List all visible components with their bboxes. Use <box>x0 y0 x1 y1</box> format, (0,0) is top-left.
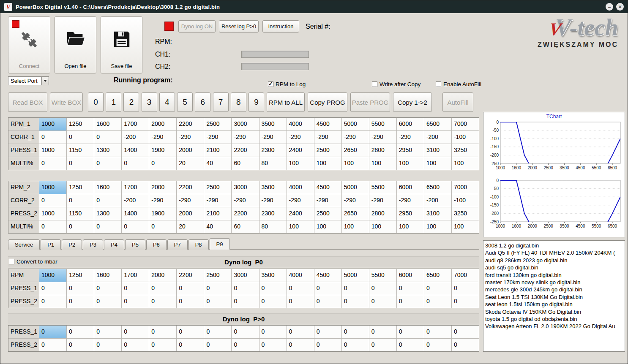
table-cell[interactable]: 2400 <box>287 144 314 157</box>
table-cell[interactable]: 0 <box>424 326 451 338</box>
table-cell[interactable]: 2000 <box>177 144 204 157</box>
digit-button-2[interactable]: 2 <box>123 92 139 112</box>
dyno-log-on-button[interactable]: Dyno log ON <box>178 20 216 33</box>
file-item[interactable]: toyota 1.5 go digital od obciążenia.bin <box>485 315 623 323</box>
table-cell[interactable]: 20 <box>177 157 204 170</box>
table-cell[interactable]: 0 <box>67 157 94 170</box>
table-cell[interactable]: 1000 <box>39 269 66 282</box>
table-cell[interactable]: 1600 <box>94 181 121 194</box>
table-cell[interactable]: 0 <box>314 282 341 295</box>
table-cell[interactable]: 2000 <box>149 269 176 282</box>
table-cell[interactable]: 2400 <box>287 207 314 220</box>
table-cell[interactable]: 0 <box>67 339 94 351</box>
table-cell[interactable]: 60 <box>232 220 259 233</box>
digit-button-8[interactable]: 8 <box>231 92 246 112</box>
table-cell[interactable]: 5500 <box>369 269 396 282</box>
table-cell[interactable]: 2000 <box>149 118 176 130</box>
table-cell[interactable]: 0 <box>39 220 66 233</box>
file-item[interactable]: ford transit 130km go digital.bin <box>485 272 623 279</box>
autofill-button[interactable]: AutoFill <box>442 92 473 112</box>
table-cell[interactable]: 6000 <box>397 269 424 282</box>
tab-p8[interactable]: P8 <box>188 239 209 250</box>
file-item[interactable]: audi q8 286km 2023 go digital.bin <box>485 257 623 264</box>
table-cell[interactable]: 3100 <box>424 207 451 220</box>
copy-1-to-2-button[interactable]: Copy 1->2 <box>393 92 432 112</box>
table-cell[interactable]: 0 <box>452 339 479 351</box>
table-cell[interactable]: 1250 <box>67 181 94 194</box>
table-cell[interactable]: 0 <box>67 326 94 338</box>
tab-p1[interactable]: P1 <box>41 239 61 250</box>
table-cell[interactable]: 0 <box>232 295 259 308</box>
table-cell[interactable]: 0 <box>397 326 424 338</box>
table-cell[interactable]: 2300 <box>259 207 287 220</box>
table-cell[interactable]: 2100 <box>204 144 231 157</box>
write-box-button[interactable]: Write BOX <box>50 92 83 112</box>
table-cell[interactable]: 2500 <box>204 118 231 130</box>
table-cell[interactable]: 1900 <box>149 144 176 157</box>
table-cell[interactable]: 1300 <box>94 144 121 157</box>
table-cell[interactable]: 1150 <box>67 207 94 220</box>
table-cell[interactable]: -290 <box>369 194 396 207</box>
table-cell[interactable]: 2950 <box>397 144 424 157</box>
table-cell[interactable]: 2650 <box>342 207 369 220</box>
table-cell[interactable]: 1250 <box>67 269 94 282</box>
table-cell[interactable]: 0 <box>232 282 259 295</box>
table-cell[interactable]: 100 <box>452 157 479 170</box>
table-cell[interactable]: 0 <box>259 326 287 338</box>
table-cell[interactable]: 0 <box>94 326 121 338</box>
table-cell[interactable]: 0 <box>94 157 121 170</box>
select-port-dropdown[interactable]: Select Port <box>8 76 49 85</box>
table-cell[interactable]: 2500 <box>204 269 231 282</box>
table-cell[interactable]: 4000 <box>287 118 314 130</box>
digit-button-9[interactable]: 9 <box>248 92 264 112</box>
table-cell[interactable]: 0 <box>122 157 149 170</box>
table-cell[interactable]: 0 <box>342 295 369 308</box>
table-cell[interactable]: 100 <box>342 157 369 170</box>
table-cell[interactable]: -100 <box>452 131 479 144</box>
table-cell[interactable]: 100 <box>452 220 479 233</box>
table-cell[interactable]: 1150 <box>67 144 94 157</box>
table-cell[interactable]: 2950 <box>397 207 424 220</box>
paste-prog-button[interactable]: Paste PROG <box>350 92 390 112</box>
table-cell[interactable]: 0 <box>149 157 176 170</box>
table-cell[interactable]: 5000 <box>342 269 369 282</box>
table-cell[interactable]: 2000 <box>177 207 204 220</box>
save-file-button[interactable]: Save file <box>101 16 142 73</box>
table-cell[interactable]: 0 <box>232 326 259 338</box>
table-cell[interactable]: 6000 <box>397 118 424 130</box>
table-cell[interactable]: 2800 <box>369 144 396 157</box>
table-cell[interactable]: -290 <box>314 194 341 207</box>
table-cell[interactable]: 1000 <box>39 118 66 130</box>
table-cell[interactable]: 1300 <box>94 207 121 220</box>
table-cell[interactable]: 0 <box>122 326 149 338</box>
table-cell[interactable]: 2000 <box>149 181 176 194</box>
table-cell[interactable]: 0 <box>94 131 121 144</box>
table-cell[interactable]: 100 <box>314 220 341 233</box>
enable-autofill-checkbox[interactable]: Enable AutoFill <box>436 81 481 87</box>
table-cell[interactable]: -290 <box>259 131 287 144</box>
table-cell[interactable]: -100 <box>452 194 479 207</box>
table-cell[interactable]: -290 <box>369 131 396 144</box>
table-cell[interactable]: 100 <box>397 220 424 233</box>
table-cell[interactable]: 0 <box>452 326 479 338</box>
enable-autofill-checkbox-box[interactable] <box>436 81 441 87</box>
file-item[interactable]: Skoda Octavia IV 150KM Go Digital.bin <box>485 308 623 315</box>
table-cell[interactable]: 0 <box>122 282 149 295</box>
table-cell[interactable]: 1700 <box>122 181 149 194</box>
table-cell[interactable]: 4000 <box>287 181 314 194</box>
file-item[interactable]: seat leon 1.5tsi 150km go digital.bin <box>485 301 623 308</box>
table-cell[interactable]: 0 <box>94 295 121 308</box>
table-cell[interactable]: 0 <box>287 326 314 338</box>
digit-button-4[interactable]: 4 <box>159 92 175 112</box>
table-cell[interactable]: 6500 <box>424 181 451 194</box>
table-cell[interactable]: 1250 <box>67 118 94 130</box>
table-cell[interactable]: 0 <box>287 339 314 351</box>
table-cell[interactable]: -290 <box>204 131 231 144</box>
table-cell[interactable]: 5000 <box>342 118 369 130</box>
digit-button-1[interactable]: 1 <box>106 92 121 112</box>
rpm-to-log-checkbox[interactable]: RPM to Log <box>268 81 306 87</box>
file-item[interactable]: Seat Leon 1.5 TSI 130KM Go Digital.bin <box>485 293 623 301</box>
table-cell[interactable]: 0 <box>204 339 231 351</box>
copy-prog-button[interactable]: Copy PROG <box>308 92 347 112</box>
table-cell[interactable]: 0 <box>149 326 176 338</box>
